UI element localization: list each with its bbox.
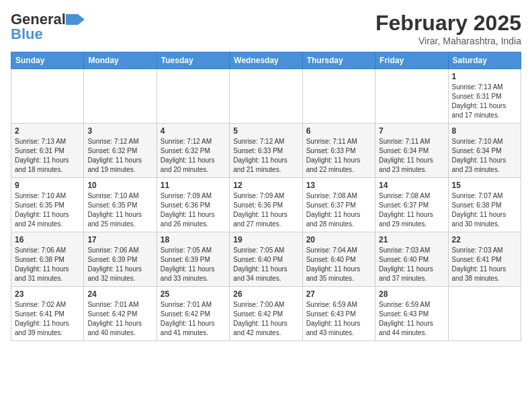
calendar-cell: 19Sunrise: 7:05 AM Sunset: 6:40 PM Dayli… [230,232,302,287]
day-number: 15 [452,181,517,190]
day-info: Sunrise: 7:12 AM Sunset: 6:33 PM Dayligh… [233,137,298,175]
day-info: Sunrise: 6:59 AM Sunset: 6:43 PM Dayligh… [379,300,444,338]
day-info: Sunrise: 7:12 AM Sunset: 6:32 PM Dayligh… [161,137,226,175]
weekday-saturday: Saturday [448,52,521,69]
page-header: General Blue February 2025 Virar, Mahara… [11,11,521,46]
weekday-monday: Monday [84,52,157,69]
day-info: Sunrise: 7:09 AM Sunset: 6:36 PM Dayligh… [233,191,298,229]
day-number: 11 [161,181,226,190]
calendar-cell [84,69,157,124]
calendar-cell: 22Sunrise: 7:03 AM Sunset: 6:41 PM Dayli… [448,232,521,287]
day-number: 20 [306,235,371,244]
calendar-cell: 13Sunrise: 7:08 AM Sunset: 6:37 PM Dayli… [302,178,375,232]
calendar-cell: 11Sunrise: 7:09 AM Sunset: 6:36 PM Dayli… [157,178,229,232]
calendar-cell: 20Sunrise: 7:04 AM Sunset: 6:40 PM Dayli… [302,232,375,287]
calendar-cell: 3Sunrise: 7:12 AM Sunset: 6:32 PM Daylig… [84,124,157,178]
weekday-header-row: SundayMondayTuesdayWednesdayThursdayFrid… [11,52,521,69]
weekday-thursday: Thursday [302,52,375,69]
calendar-cell: 25Sunrise: 7:01 AM Sunset: 6:42 PM Dayli… [157,287,229,341]
day-info: Sunrise: 7:04 AM Sunset: 6:40 PM Dayligh… [306,246,371,283]
weekday-sunday: Sunday [11,52,84,69]
day-info: Sunrise: 7:06 AM Sunset: 6:38 PM Dayligh… [15,246,80,283]
day-number: 17 [87,235,152,244]
title-block: February 2025 Virar, Maharashtra, India [375,11,521,46]
calendar-cell [448,287,521,341]
day-info: Sunrise: 7:01 AM Sunset: 6:42 PM Dayligh… [161,300,226,338]
calendar-cell: 18Sunrise: 7:05 AM Sunset: 6:39 PM Dayli… [157,232,229,287]
day-info: Sunrise: 7:06 AM Sunset: 6:39 PM Dayligh… [87,246,152,283]
day-info: Sunrise: 7:13 AM Sunset: 6:31 PM Dayligh… [452,83,517,120]
day-info: Sunrise: 7:05 AM Sunset: 6:39 PM Dayligh… [161,246,226,283]
weekday-friday: Friday [375,52,448,69]
calendar-cell: 28Sunrise: 6:59 AM Sunset: 6:43 PM Dayli… [375,287,448,341]
day-number: 4 [161,126,226,136]
day-info: Sunrise: 7:01 AM Sunset: 6:42 PM Dayligh… [87,300,152,338]
calendar-cell: 23Sunrise: 7:02 AM Sunset: 6:41 PM Dayli… [11,287,84,341]
day-number: 19 [233,235,298,244]
calendar-week-1: 1Sunrise: 7:13 AM Sunset: 6:31 PM Daylig… [11,69,521,124]
day-info: Sunrise: 7:10 AM Sunset: 6:35 PM Dayligh… [87,191,152,229]
day-number: 8 [452,126,517,136]
logo-blue-text: Blue [11,26,43,43]
calendar-week-5: 23Sunrise: 7:02 AM Sunset: 6:41 PM Dayli… [11,287,521,341]
day-info: Sunrise: 7:00 AM Sunset: 6:42 PM Dayligh… [233,300,298,338]
calendar-week-2: 2Sunrise: 7:13 AM Sunset: 6:31 PM Daylig… [11,124,521,178]
calendar-cell: 1Sunrise: 7:13 AM Sunset: 6:31 PM Daylig… [448,69,521,124]
calendar-week-3: 9Sunrise: 7:10 AM Sunset: 6:35 PM Daylig… [11,178,521,232]
day-info: Sunrise: 7:12 AM Sunset: 6:32 PM Dayligh… [87,137,152,175]
day-number: 12 [233,181,298,190]
weekday-wednesday: Wednesday [230,52,302,69]
calendar-cell: 16Sunrise: 7:06 AM Sunset: 6:38 PM Dayli… [11,232,84,287]
day-number: 14 [379,181,444,190]
calendar-cell: 6Sunrise: 7:11 AM Sunset: 6:33 PM Daylig… [302,124,375,178]
day-info: Sunrise: 7:11 AM Sunset: 6:34 PM Dayligh… [379,137,444,175]
logo-icon [66,13,85,26]
calendar-cell: 5Sunrise: 7:12 AM Sunset: 6:33 PM Daylig… [230,124,302,178]
calendar-cell [230,69,302,124]
day-info: Sunrise: 7:02 AM Sunset: 6:41 PM Dayligh… [15,300,80,338]
day-number: 22 [452,235,517,244]
day-number: 16 [15,235,80,244]
calendar-cell: 27Sunrise: 6:59 AM Sunset: 6:43 PM Dayli… [302,287,375,341]
day-number: 13 [306,181,371,190]
month-title: February 2025 [375,11,521,36]
day-number: 18 [161,235,226,244]
day-info: Sunrise: 7:10 AM Sunset: 6:35 PM Dayligh… [15,191,80,229]
calendar-cell: 15Sunrise: 7:07 AM Sunset: 6:38 PM Dayli… [448,178,521,232]
day-number: 1 [452,72,517,81]
calendar-cell: 26Sunrise: 7:00 AM Sunset: 6:42 PM Dayli… [230,287,302,341]
day-number: 10 [87,181,152,190]
day-info: Sunrise: 7:03 AM Sunset: 6:41 PM Dayligh… [452,246,517,283]
logo: General Blue [11,11,85,43]
calendar-cell: 10Sunrise: 7:10 AM Sunset: 6:35 PM Dayli… [84,178,157,232]
calendar-week-4: 16Sunrise: 7:06 AM Sunset: 6:38 PM Dayli… [11,232,521,287]
day-number: 3 [87,126,152,136]
svg-marker-0 [66,14,85,25]
day-number: 28 [379,289,444,299]
day-info: Sunrise: 7:08 AM Sunset: 6:37 PM Dayligh… [306,191,371,229]
calendar-cell: 4Sunrise: 7:12 AM Sunset: 6:32 PM Daylig… [157,124,229,178]
calendar-cell: 12Sunrise: 7:09 AM Sunset: 6:36 PM Dayli… [230,178,302,232]
day-number: 9 [15,181,80,190]
day-number: 5 [233,126,298,136]
day-info: Sunrise: 7:10 AM Sunset: 6:34 PM Dayligh… [452,137,517,175]
day-number: 6 [306,126,371,136]
day-info: Sunrise: 7:13 AM Sunset: 6:31 PM Dayligh… [15,137,80,175]
day-number: 7 [379,126,444,136]
day-info: Sunrise: 7:03 AM Sunset: 6:40 PM Dayligh… [379,246,444,283]
calendar-cell: 21Sunrise: 7:03 AM Sunset: 6:40 PM Dayli… [375,232,448,287]
day-info: Sunrise: 7:05 AM Sunset: 6:40 PM Dayligh… [233,246,298,283]
day-number: 21 [379,235,444,244]
day-number: 24 [87,289,152,299]
calendar-cell: 24Sunrise: 7:01 AM Sunset: 6:42 PM Dayli… [84,287,157,341]
day-info: Sunrise: 7:08 AM Sunset: 6:37 PM Dayligh… [379,191,444,229]
calendar-cell: 17Sunrise: 7:06 AM Sunset: 6:39 PM Dayli… [84,232,157,287]
day-number: 2 [15,126,80,136]
day-info: Sunrise: 7:09 AM Sunset: 6:36 PM Dayligh… [161,191,226,229]
calendar-cell [157,69,229,124]
location: Virar, Maharashtra, India [375,36,521,46]
day-number: 25 [161,289,226,299]
calendar-cell: 14Sunrise: 7:08 AM Sunset: 6:37 PM Dayli… [375,178,448,232]
weekday-tuesday: Tuesday [157,52,229,69]
calendar-cell [375,69,448,124]
